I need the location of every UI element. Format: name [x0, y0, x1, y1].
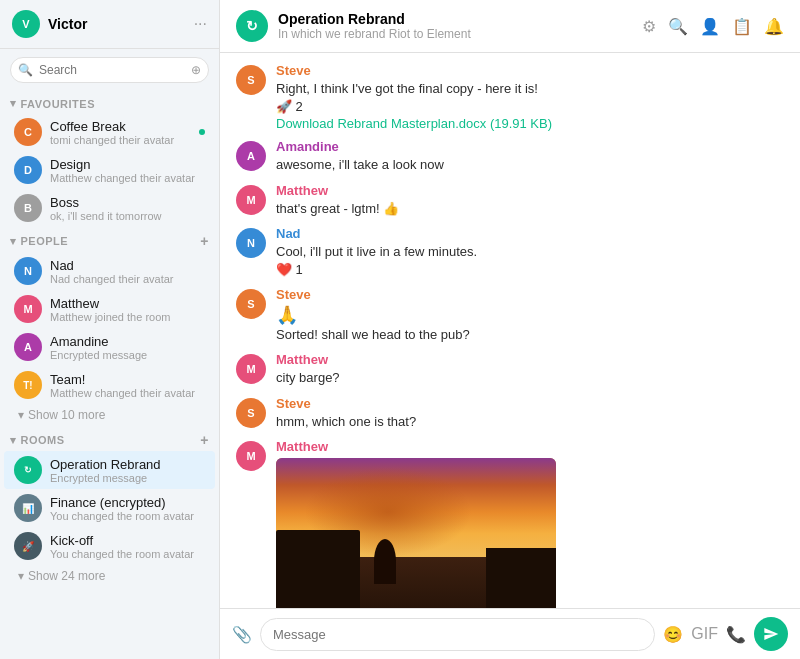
item-sub: Nad changed their avatar	[50, 273, 205, 285]
person-item-amandine[interactable]: A Amandine Encrypted message	[4, 328, 215, 366]
sender-name: Matthew	[276, 183, 784, 198]
item-info: Boss ok, i'll send it tomorrow	[50, 195, 205, 222]
members-icon[interactable]: 👤	[700, 17, 720, 36]
filter-icon[interactable]: ⊕	[191, 63, 201, 77]
user-menu-icon[interactable]: ···	[194, 15, 207, 33]
emoji-icon[interactable]: 😊	[663, 625, 683, 644]
item-sub: You changed the room avatar	[50, 510, 205, 522]
item-sub: Encrypted message	[50, 349, 205, 361]
message-group: N Nad Cool, i'll put it live in a few mi…	[236, 226, 784, 279]
room-avatar: ↻	[236, 10, 268, 42]
item-name: Amandine	[50, 334, 205, 349]
item-name: Boss	[50, 195, 205, 210]
room-item-operation-rebrand[interactable]: ↻ Operation Rebrand Encrypted message	[4, 451, 215, 489]
person-item-team[interactable]: T! Team! Matthew changed their avatar	[4, 366, 215, 404]
favourites-chevron[interactable]: ▾	[10, 97, 17, 110]
avatar: T!	[14, 371, 42, 399]
message-group: M Matthew city barge?	[236, 352, 784, 387]
favourites-section-header: ▾ FAVOURITES	[0, 91, 219, 113]
rooms-list: ↻ Operation Rebrand Encrypted message 📊 …	[0, 451, 219, 565]
header-icons: ⚙ 🔍 👤 📋 🔔	[642, 17, 784, 36]
item-name: Finance (encrypted)	[50, 495, 205, 510]
message-group: A Amandine awesome, i'll take a look now	[236, 139, 784, 174]
message-content: Nad Cool, i'll put it live in a few minu…	[276, 226, 784, 279]
item-name: Design	[50, 157, 205, 172]
message-emoji-reaction: 🚀 2	[276, 98, 784, 116]
people-section-header: ▾ PEOPLE +	[0, 227, 219, 252]
item-name: Team!	[50, 372, 205, 387]
item-sub: tomi changed their avatar	[50, 134, 191, 146]
people-show-more[interactable]: ▾Show 10 more	[0, 404, 219, 426]
message-group: M Matthew that's great - lgtm! 👍	[236, 183, 784, 218]
message-emoji: 🙏	[276, 304, 784, 326]
item-info: Operation Rebrand Encrypted message	[50, 457, 205, 484]
message-input[interactable]	[260, 618, 655, 651]
add-room-button[interactable]: +	[200, 432, 209, 448]
item-sub: Encrypted message	[50, 472, 205, 484]
message-content: Matthew that's great - lgtm! 👍	[276, 183, 784, 218]
message-reaction: ❤️ 1	[276, 261, 784, 279]
message-image[interactable]	[276, 458, 556, 608]
item-name: Operation Rebrand	[50, 457, 205, 472]
sender-name: Steve	[276, 63, 784, 78]
item-sub: Matthew changed their avatar	[50, 172, 205, 184]
person-item-matthew[interactable]: M Matthew Matthew joined the room	[4, 290, 215, 328]
message-text: city barge?	[276, 369, 784, 387]
gif-icon[interactable]: GIF	[691, 625, 718, 643]
favourite-item-design[interactable]: D Design Matthew changed their avatar	[4, 151, 215, 189]
avatar: S	[236, 289, 266, 319]
room-name: Operation Rebrand	[278, 11, 632, 27]
sidebar-content: ▾ FAVOURITES C Coffee Break tomi changed…	[0, 91, 219, 659]
sender-name: Steve	[276, 396, 784, 411]
item-info: Nad Nad changed their avatar	[50, 258, 205, 285]
avatar: D	[14, 156, 42, 184]
search-chat-icon[interactable]: 🔍	[668, 17, 688, 36]
sender-name: Matthew	[276, 439, 784, 454]
user-avatar: V	[12, 10, 40, 38]
settings-icon[interactable]: ⚙	[642, 17, 656, 36]
message-text: that's great - lgtm! 👍	[276, 200, 784, 218]
favourite-item-coffee[interactable]: C Coffee Break tomi changed their avatar	[4, 113, 215, 151]
rooms-show-more[interactable]: ▾Show 24 more	[0, 565, 219, 587]
search-input[interactable]	[10, 57, 209, 83]
notifications-icon[interactable]: 🔔	[764, 17, 784, 36]
message-text: Cool, i'll put it live in a few minutes.	[276, 243, 784, 261]
main-chat: ↻ Operation Rebrand In which we rebrand …	[220, 0, 800, 659]
room-item-kickoff[interactable]: 🚀 Kick-off You changed the room avatar	[4, 527, 215, 565]
avatar: A	[14, 333, 42, 361]
sidebar-header: V Victor ···	[0, 0, 219, 49]
avatar: M	[14, 295, 42, 323]
room-topic: In which we rebrand Riot to Element	[278, 27, 632, 41]
avatar: 🚀	[14, 532, 42, 560]
file-link[interactable]: Download Rebrand Masterplan.docx (19.91 …	[276, 116, 552, 131]
people-chevron[interactable]: ▾	[10, 235, 17, 248]
item-name: Nad	[50, 258, 205, 273]
item-info: Matthew Matthew joined the room	[50, 296, 205, 323]
rooms-section-header: ▾ ROOMS +	[0, 426, 219, 451]
add-person-button[interactable]: +	[200, 233, 209, 249]
search-icon: 🔍	[18, 63, 33, 77]
files-icon[interactable]: 📋	[732, 17, 752, 36]
room-info: Operation Rebrand In which we rebrand Ri…	[278, 11, 632, 41]
online-badge	[199, 129, 205, 135]
input-area: 📎 😊 GIF 📞	[220, 608, 800, 659]
message-content: Matthew city barge?	[276, 352, 784, 387]
attachment-icon[interactable]: 📎	[232, 625, 252, 644]
room-item-finance[interactable]: 📊 Finance (encrypted) You changed the ro…	[4, 489, 215, 527]
person-item-nad[interactable]: N Nad Nad changed their avatar	[4, 252, 215, 290]
avatar: C	[14, 118, 42, 146]
message-text: awesome, i'll take a look now	[276, 156, 784, 174]
item-info: Coffee Break tomi changed their avatar	[50, 119, 191, 146]
item-name: Matthew	[50, 296, 205, 311]
item-info: Kick-off You changed the room avatar	[50, 533, 205, 560]
people-list: N Nad Nad changed their avatar M Matthew…	[0, 252, 219, 404]
favourite-item-boss[interactable]: B Boss ok, i'll send it tomorrow	[4, 189, 215, 227]
message-group: S Steve hmm, which one is that?	[236, 396, 784, 431]
avatar: N	[14, 257, 42, 285]
voice-icon[interactable]: 📞	[726, 625, 746, 644]
favourites-label: FAVOURITES	[21, 98, 210, 110]
message-content: Steve 🙏 Sorted! shall we head to the pub…	[276, 287, 784, 344]
item-name: Kick-off	[50, 533, 205, 548]
send-button[interactable]	[754, 617, 788, 651]
rooms-chevron[interactable]: ▾	[10, 434, 17, 447]
